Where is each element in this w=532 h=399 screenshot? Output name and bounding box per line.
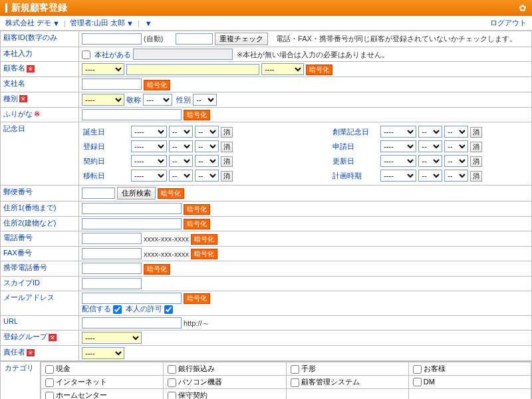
logout-link[interactable]: ログアウト — [490, 18, 527, 28]
branch-input[interactable] — [82, 78, 142, 90]
category-checkbox[interactable] — [45, 392, 54, 399]
day-select[interactable]: -- — [444, 126, 468, 138]
furigana-input[interactable] — [82, 109, 182, 120]
hq-note: ※本社が無い場合は入力の必要はありません。 — [237, 51, 389, 59]
encrypt-tag[interactable]: 暗号化 — [191, 249, 217, 259]
url-input[interactable] — [82, 317, 182, 329]
gear-icon[interactable]: ✿ — [519, 3, 527, 13]
year-select[interactable]: ---- — [131, 140, 167, 152]
postal-search-button[interactable]: 住所検索 — [117, 187, 156, 200]
encrypt-tag[interactable]: 暗号化 — [184, 110, 210, 120]
year-select[interactable]: ---- — [131, 170, 167, 182]
day-select[interactable]: -- — [195, 155, 219, 167]
group-select[interactable]: ---- — [82, 332, 142, 344]
email-input[interactable] — [82, 293, 182, 304]
date-label: 移転日 — [83, 169, 130, 182]
encrypt-tag[interactable]: 暗号化 — [191, 234, 217, 245]
hq-input[interactable] — [133, 49, 233, 60]
year-select[interactable]: ---- — [380, 170, 416, 182]
company-label: 株式会社 — [5, 18, 35, 28]
name-prefix-select[interactable]: ---- — [82, 63, 124, 75]
day-select[interactable]: -- — [444, 140, 468, 152]
clear-button[interactable]: 消 — [470, 127, 482, 138]
dup-check-button[interactable]: 重複チェック — [215, 33, 268, 45]
permission-checkbox[interactable] — [164, 305, 173, 314]
month-select[interactable]: -- — [169, 170, 193, 182]
day-select[interactable]: -- — [195, 170, 219, 182]
honorific-select[interactable]: --- — [143, 94, 172, 106]
header-accent — [5, 3, 7, 13]
chevron-down-icon[interactable]: ▼ — [145, 19, 152, 27]
fax-input[interactable] — [82, 248, 142, 259]
year-select[interactable]: ---- — [131, 126, 167, 138]
category-label: 顧客管理システム — [301, 378, 360, 386]
tel-placeholder: xxxx-xxx-xxxx — [144, 235, 189, 243]
deliver-checkbox[interactable] — [113, 305, 122, 314]
day-select[interactable]: -- — [195, 140, 219, 152]
category-checkbox[interactable] — [168, 392, 176, 399]
day-select[interactable]: -- — [444, 170, 468, 182]
mobile-input[interactable] — [82, 263, 142, 274]
clear-button[interactable]: 消 — [470, 171, 482, 182]
hq-checkbox[interactable] — [82, 51, 90, 59]
month-select[interactable]: -- — [418, 170, 442, 182]
category-checkbox[interactable] — [291, 378, 299, 387]
year-select[interactable]: ---- — [380, 140, 416, 152]
encrypt-tag[interactable]: 暗号化 — [144, 80, 170, 90]
addr2-input[interactable] — [82, 218, 182, 229]
clear-button[interactable]: 消 — [470, 142, 482, 152]
year-select[interactable]: ---- — [131, 155, 167, 167]
clear-button[interactable]: 消 — [221, 127, 233, 138]
clear-button[interactable]: 消 — [470, 156, 482, 167]
category-checkbox[interactable] — [413, 378, 422, 386]
category-checkbox[interactable] — [291, 365, 299, 374]
encrypt-tag[interactable]: 暗号化 — [184, 219, 210, 229]
category-checkbox[interactable] — [168, 378, 176, 387]
category-checkbox[interactable] — [168, 365, 176, 374]
year-select[interactable]: ---- — [380, 126, 416, 138]
category-checkbox[interactable] — [413, 365, 422, 374]
chevron-down-icon[interactable]: ▼ — [53, 19, 60, 27]
gender-select[interactable]: -- — [193, 94, 217, 106]
encrypt-tag[interactable]: 暗号化 — [144, 264, 170, 275]
skype-input[interactable] — [82, 278, 142, 289]
month-select[interactable]: -- — [169, 155, 193, 167]
month-select[interactable]: -- — [169, 140, 193, 152]
label-customer-id: 顧客ID(数字のみ — [1, 31, 79, 47]
label-mobile: 携帯電話番号 — [1, 261, 79, 277]
month-select[interactable]: -- — [418, 140, 442, 152]
month-select[interactable]: -- — [418, 126, 442, 138]
year-select[interactable]: ---- — [380, 155, 416, 167]
dup-check-input[interactable] — [176, 33, 213, 45]
postal-input[interactable] — [82, 188, 115, 199]
owner-select[interactable]: ---- — [82, 347, 124, 359]
chevron-down-icon[interactable]: ▼ — [126, 19, 134, 27]
company-name[interactable]: デモ — [37, 18, 51, 28]
encrypt-tag[interactable]: 暗号化 — [306, 65, 332, 75]
label-type: 種別※ — [1, 92, 79, 107]
category-label: 手形 — [301, 364, 316, 372]
label-anniversary: 記念日 — [1, 122, 79, 186]
day-select[interactable]: -- — [444, 155, 468, 167]
encrypt-tag[interactable]: 暗号化 — [184, 204, 210, 215]
hq-checkbox-label: 本社がある — [94, 51, 131, 59]
customer-name-input[interactable] — [126, 64, 259, 75]
clear-button[interactable]: 消 — [221, 142, 233, 152]
label-group: 登録グループ※ — [1, 331, 79, 346]
clear-button[interactable]: 消 — [221, 171, 233, 182]
encrypt-tag[interactable]: 暗号化 — [184, 293, 210, 304]
clear-button[interactable]: 消 — [221, 156, 233, 167]
admin-name[interactable]: 山田 太郎 — [94, 18, 125, 28]
month-select[interactable]: -- — [169, 126, 193, 138]
label-addr1: 住所1(番地まで) — [1, 201, 79, 217]
category-checkbox[interactable] — [45, 378, 54, 387]
category-checkbox[interactable] — [45, 365, 54, 374]
day-select[interactable]: -- — [195, 126, 219, 138]
tel-input[interactable] — [82, 233, 142, 244]
name-suffix-select[interactable]: ---- — [261, 63, 304, 75]
addr1-input[interactable] — [82, 203, 182, 214]
customer-id-input[interactable] — [82, 33, 142, 45]
encrypt-tag[interactable]: 暗号化 — [158, 188, 184, 199]
type-select[interactable]: ---- — [82, 94, 124, 106]
month-select[interactable]: -- — [418, 155, 442, 167]
